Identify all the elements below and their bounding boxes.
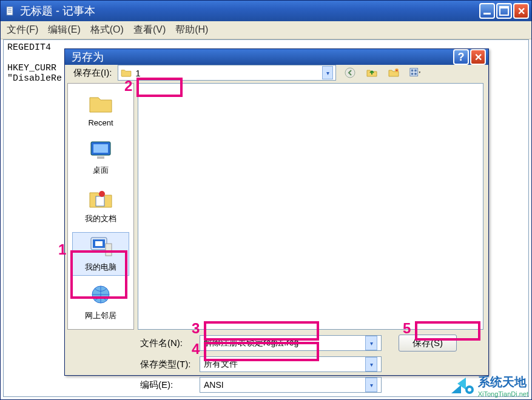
folder-up-icon [366, 67, 378, 79]
saveas-toolbar: 保存在(I): 1 ▾ ✦ [65, 65, 488, 81]
lookin-value: 1 [135, 68, 140, 78]
watermark-url: XiTongTianDi.net [478, 390, 528, 398]
notepad-titlebar[interactable]: 无标题 - 记事本 [1, 1, 531, 21]
desktop-icon [87, 138, 114, 162]
place-recent[interactable]: Recent [72, 88, 129, 130]
svg-point-23 [468, 388, 471, 392]
saveas-title: 另存为 [71, 50, 104, 64]
place-desktop[interactable]: 桌面 [72, 135, 129, 179]
svg-rect-19 [95, 241, 103, 246]
svg-rect-13 [93, 144, 108, 153]
save-button[interactable]: 保存(S) [399, 335, 457, 352]
saveas-titlebar[interactable]: 另存为 ? ✕ [65, 49, 488, 65]
watermark-logo-icon [449, 376, 474, 396]
filename-input[interactable]: 解除注册表锁定reg法.reg ▾ [200, 335, 382, 351]
notepad-icon [5, 6, 15, 16]
menu-help[interactable]: 帮助(H) [173, 22, 210, 38]
place-label: Recent [88, 118, 113, 127]
watermark-brand: 系统天地 [478, 375, 527, 388]
filename-label: 文件名(N): [140, 338, 195, 349]
places-bar: Recent 桌面 我的文档 我的电脑 网上邻居 [67, 83, 134, 330]
folder-icon [121, 68, 132, 77]
lookin-dropdown[interactable]: 1 ▾ [118, 65, 336, 81]
dialog-close-button[interactable]: ✕ [470, 49, 486, 65]
svg-rect-15 [96, 196, 104, 206]
network-icon [87, 284, 114, 308]
notepad-menubar: 文件(F) 编辑(E) 格式(O) 查看(V) 帮助(H) [1, 21, 531, 39]
window-controls [479, 3, 529, 19]
place-label: 我的文档 [85, 214, 116, 223]
view-icon [409, 67, 422, 79]
svg-rect-14 [97, 156, 104, 159]
body-line: REGEDIT4 [7, 42, 51, 53]
folder-icon [87, 92, 114, 116]
menu-view[interactable]: 查看(V) [131, 22, 168, 38]
chevron-down-icon[interactable]: ▾ [322, 66, 333, 79]
place-label: 我的电脑 [85, 262, 116, 272]
encoding-dropdown[interactable]: ANSI ▾ [200, 377, 382, 393]
lookin-label: 保存在(I): [73, 67, 112, 79]
help-button[interactable]: ? [453, 49, 469, 65]
notepad-title: 无标题 - 记事本 [20, 4, 479, 18]
watermark: 系统天地 XiTongTianDi.net [449, 374, 528, 398]
computer-icon [87, 235, 114, 259]
maximize-button[interactable] [496, 3, 512, 19]
svg-rect-10 [411, 73, 414, 75]
close-button[interactable] [513, 3, 529, 19]
svg-rect-9 [415, 70, 417, 72]
chevron-down-icon[interactable]: ▾ [365, 336, 377, 350]
place-label: 桌面 [93, 165, 109, 175]
svg-point-16 [99, 191, 105, 197]
svg-rect-8 [411, 70, 414, 72]
place-label: 网上邻居 [85, 311, 116, 320]
encoding-value: ANSI [204, 380, 224, 390]
up-one-level-button[interactable] [364, 65, 380, 81]
menu-format[interactable]: 格式(O) [88, 22, 126, 38]
encoding-label: 编码(E): [140, 379, 195, 391]
menu-file[interactable]: 文件(F) [4, 22, 41, 38]
svg-rect-0 [7, 7, 13, 15]
view-menu-button[interactable] [408, 65, 423, 81]
place-mydocs[interactable]: 我的文档 [72, 184, 129, 227]
chevron-down-icon[interactable]: ▾ [365, 357, 377, 372]
filetype-dropdown[interactable]: 所有文件 ▾ [200, 356, 382, 372]
place-mycomputer[interactable]: 我的电脑 [72, 232, 129, 276]
minimize-button[interactable] [479, 3, 495, 19]
back-button[interactable] [342, 65, 358, 81]
svg-point-4 [345, 68, 355, 78]
new-folder-icon: ✦ [388, 67, 400, 79]
filetype-value: 所有文件 [204, 359, 238, 370]
save-button-label: 保存(S) [412, 338, 443, 349]
saveas-fields: 文件名(N): 解除注册表锁定reg法.reg ▾ 保存(S) 保存类型(T):… [65, 330, 488, 400]
svg-rect-20 [106, 244, 112, 256]
saveas-dialog: 另存为 ? ✕ 保存在(I): 1 ▾ ✦ Recent [64, 48, 489, 376]
file-list[interactable] [138, 83, 483, 330]
body-line: HKEY_CURR [7, 63, 56, 73]
chevron-down-icon[interactable]: ▾ [365, 378, 377, 392]
documents-icon [87, 187, 114, 211]
svg-rect-11 [415, 73, 417, 75]
back-icon [344, 67, 356, 79]
menu-edit[interactable]: 编辑(E) [45, 22, 82, 38]
place-network[interactable]: 网上邻居 [72, 281, 129, 324]
svg-text:✦: ✦ [396, 68, 398, 72]
filename-value: 解除注册表锁定reg法.reg [204, 338, 298, 348]
filetype-label: 保存类型(T): [140, 359, 195, 370]
body-line: "DisableRe [7, 73, 62, 84]
new-folder-button[interactable]: ✦ [386, 65, 402, 81]
